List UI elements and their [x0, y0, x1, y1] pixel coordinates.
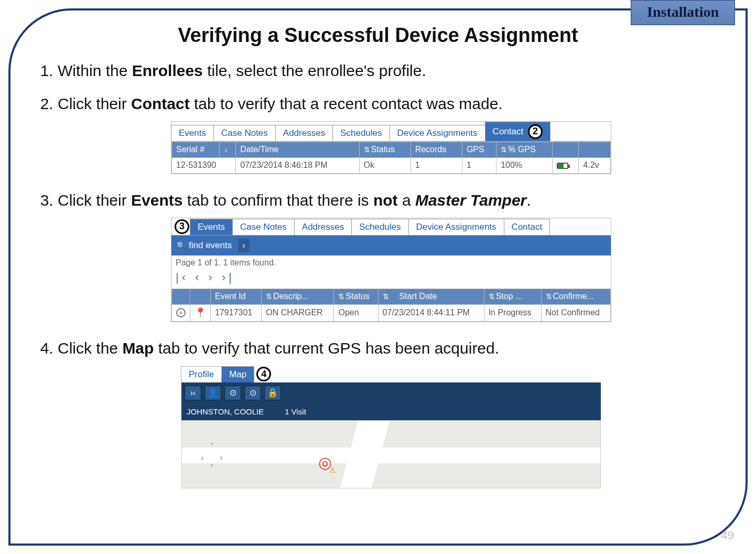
tab-device-assignments-2[interactable]: Device Assignments: [408, 219, 504, 235]
cell-pct: 100%: [496, 157, 553, 173]
step-2: Click their Contact tab to verify that a…: [58, 93, 725, 174]
col-desc[interactable]: Descrip...: [262, 289, 334, 305]
col-confirm[interactable]: Confirme...: [541, 289, 610, 305]
cell-volt: 4.2v: [579, 157, 611, 173]
col-pctgps[interactable]: % GPS: [496, 142, 553, 158]
screenshot-events-tab: 3 Events Case Notes Addresses Schedules …: [171, 218, 611, 323]
sort-icon: [383, 292, 390, 301]
tab-map[interactable]: Map: [221, 366, 254, 382]
callout-2: 2: [528, 124, 543, 139]
toolbar-target2-button[interactable]: ⊙: [244, 386, 261, 400]
toolbar-target-button[interactable]: ⊙: [224, 386, 241, 400]
col-status2[interactable]: Status: [334, 289, 378, 305]
pan-left-icon[interactable]: ‹: [198, 453, 207, 464]
callout-3: 3: [175, 219, 189, 234]
step-4-text2: tab to verify that current GPS has been …: [154, 339, 499, 357]
map-enrollee-name: JOHNSTON, COOLIE: [187, 407, 264, 417]
cell-pin[interactable]: 📍: [190, 304, 211, 321]
col-desc-label: Descrip...: [273, 292, 309, 301]
plus-icon: +: [176, 308, 186, 317]
map-location-pin[interactable]: ◎ ⚠: [318, 452, 332, 473]
tab-row-3: Profile Map 4: [181, 366, 601, 382]
step-3-bold2: not: [373, 191, 398, 209]
step-1-text2: tile, select the enrollee's profile.: [203, 62, 426, 79]
step-3-text2: tab to confirm that there is: [182, 191, 373, 209]
map-road: [182, 448, 600, 463]
battery-icon: [557, 163, 568, 169]
cell-battery: [553, 157, 579, 173]
step-1: Within the Enrollees tile, select the en…: [58, 60, 725, 81]
col-sort-1[interactable]: [220, 142, 236, 158]
toolbar-collapse-button[interactable]: ›‹: [185, 386, 201, 400]
col-confirm-label: Confirme...: [553, 292, 594, 301]
tab-profile[interactable]: Profile: [181, 366, 222, 382]
col-stop[interactable]: Stop ...: [484, 289, 541, 305]
col-volt: [579, 142, 611, 158]
tab-device-assignments[interactable]: Device Assignments: [390, 125, 485, 141]
cell-records: 1: [411, 157, 462, 173]
step-3-text3: a: [398, 191, 415, 209]
col-serial-label: Serial #: [176, 145, 204, 154]
tab-schedules-2[interactable]: Schedules: [351, 219, 408, 235]
cell-stop: In Progress: [484, 304, 541, 321]
sort-down-icon: [224, 145, 228, 154]
col-start[interactable]: Start Date: [378, 289, 484, 305]
cell-desc: ON CHARGER: [262, 304, 334, 321]
pager-status: Page 1 of 1. 1 items found.: [171, 255, 611, 271]
screenshot-contact-tab: Events Case Notes Addresses Schedules De…: [171, 121, 611, 174]
col-status[interactable]: Status: [359, 142, 411, 158]
tab-addresses[interactable]: Addresses: [275, 125, 333, 141]
map-pan-control[interactable]: ˄ ‹› ˅: [198, 442, 226, 470]
events-search-bar: find events ›: [171, 236, 611, 255]
toolbar-user-button[interactable]: 👤: [204, 386, 221, 400]
cell-datetime: 07/23/2014 8:46:18 PM: [236, 157, 359, 173]
screenshot-map-tab: Profile Map 4 ›‹ 👤 ⊙ ⊙ 🔒 JOHNSTON, COOLI…: [181, 366, 601, 488]
pan-up-icon[interactable]: ˄: [207, 442, 217, 453]
table-row: 12-531390 07/23/2014 8:46:18 PM Ok 1 1 1…: [172, 157, 611, 173]
tab-contact-label: Contact: [493, 126, 524, 136]
search-icon: [177, 240, 186, 251]
col-datetime[interactable]: Date/Time: [236, 142, 359, 158]
map-view[interactable]: ˄ ‹› ˅ ◎ ⚠: [181, 420, 601, 488]
tab-contact-2[interactable]: Contact: [504, 219, 550, 235]
tab-events-2[interactable]: Events: [190, 219, 233, 235]
tab-addresses-2[interactable]: Addresses: [294, 219, 352, 235]
contact-table: Serial # Date/Time Status Records GPS % …: [171, 142, 611, 174]
search-input[interactable]: find events: [189, 240, 232, 251]
step-3-text: Click their: [58, 191, 131, 209]
step-2-bold: Contact: [131, 95, 190, 112]
col-gps[interactable]: GPS: [462, 142, 496, 158]
map-toolbar: ›‹ 👤 ⊙ ⊙ 🔒: [181, 382, 601, 403]
page-number: 49: [721, 529, 734, 542]
step-4-bold: Map: [122, 339, 154, 357]
content-area: Verifying a Successful Device Assignment…: [31, 21, 725, 533]
tab-case-notes-2[interactable]: Case Notes: [232, 219, 295, 235]
search-go-button[interactable]: ›: [238, 239, 250, 252]
pager-controls[interactable]: |‹ ‹ › ›|: [171, 270, 611, 289]
toolbar-lock-button[interactable]: 🔒: [264, 386, 281, 400]
tab-contact[interactable]: Contact 2: [485, 122, 550, 141]
step-4-text: Click the: [58, 339, 122, 357]
col-eventid[interactable]: Event Id: [211, 289, 262, 305]
map-pin-icon: 📍: [195, 307, 206, 318]
pan-right-icon[interactable]: ›: [217, 453, 226, 464]
col-start-label: Start Date: [399, 292, 437, 301]
tab-events[interactable]: Events: [171, 125, 214, 141]
callout-4: 4: [256, 367, 271, 381]
step-1-text: Within the: [58, 62, 132, 79]
col-records[interactable]: Records: [411, 142, 462, 158]
col-stop-label: Stop ...: [496, 292, 523, 301]
step-2-text: Click their: [58, 95, 131, 112]
sort-icon: [546, 292, 553, 301]
step-4: Click the Map tab to verify that current…: [58, 338, 725, 488]
col-serial[interactable]: Serial #: [172, 142, 220, 158]
tab-case-notes[interactable]: Case Notes: [213, 125, 276, 141]
cell-expand[interactable]: +: [172, 304, 190, 321]
map-info-bar: JOHNSTON, COOLIE 1 Visit: [181, 403, 601, 420]
tab-row-1: Events Case Notes Addresses Schedules De…: [171, 122, 611, 142]
step-3: Click their Events tab to confirm that t…: [58, 190, 725, 323]
sort-icon: [489, 292, 496, 301]
tab-schedules[interactable]: Schedules: [332, 125, 390, 141]
pan-down-icon[interactable]: ˅: [207, 463, 217, 474]
tab-map-label: Map: [229, 369, 246, 379]
